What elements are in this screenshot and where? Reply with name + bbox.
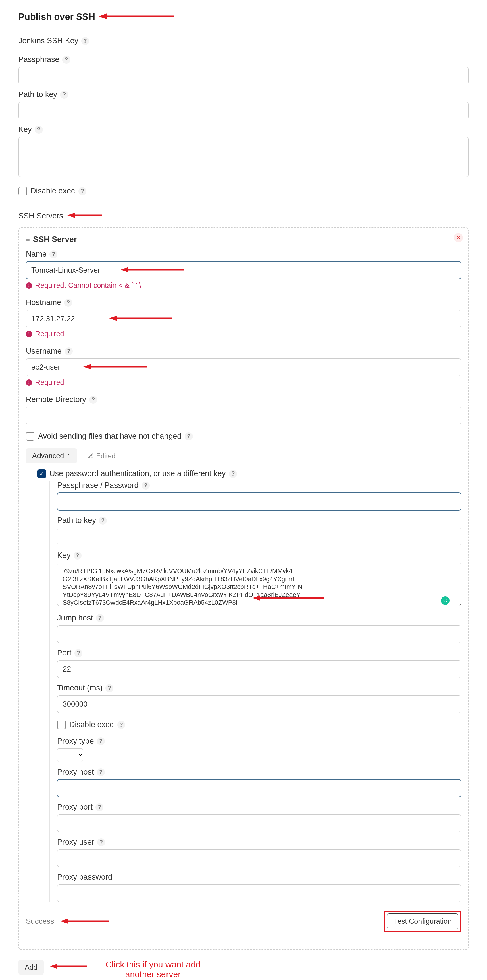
proxy-host-label: Proxy host [57,768,94,776]
timeout-label: Timeout (ms) [57,684,102,692]
help-icon[interactable]: ? [99,517,107,525]
svg-marker-15 [50,964,57,969]
jump-host-input[interactable] [57,625,461,643]
svg-marker-3 [67,213,75,218]
grammarly-icon[interactable]: G [441,596,450,605]
add-server-button[interactable]: Add [18,959,44,975]
disable-exec-checkbox[interactable] [18,187,27,196]
hostname-input[interactable] [26,310,461,328]
proxy-port-label: Proxy port [57,803,93,811]
proxy-port-input[interactable] [57,815,461,832]
delete-server-button[interactable]: ✕ [453,233,463,242]
page-title: Publish over SSH [18,11,95,22]
proxy-password-label: Proxy password [57,873,112,881]
proxy-type-select[interactable] [57,748,83,762]
test-configuration-button[interactable]: Test Configuration [387,913,458,929]
proxy-user-label: Proxy user [57,838,94,846]
test-result-text: Success [26,917,54,926]
adv-key-label: Key [57,551,71,560]
proxy-password-input[interactable] [57,885,461,902]
annotation-box: Test Configuration [384,910,461,932]
svg-marker-1 [99,13,107,19]
key-label: Key [18,125,32,134]
error-icon: ! [26,379,32,386]
disable-exec-label: Disable exec [30,186,75,196]
add-hint-text: Click this if you want add another serve… [93,959,213,979]
proxy-host-input[interactable] [57,780,461,797]
help-icon[interactable]: ? [185,433,193,441]
adv-disable-exec-label: Disable exec [69,720,114,729]
hostname-label: Hostname [26,298,61,307]
port-input[interactable] [57,660,461,678]
adv-passphrase-label: Passphrase / Password [57,481,139,490]
help-icon[interactable]: ? [97,737,105,745]
adv-passphrase-input[interactable] [57,493,461,510]
help-icon[interactable]: ? [117,721,125,729]
username-input[interactable] [26,358,461,376]
avoid-resending-checkbox[interactable] [26,432,35,441]
help-icon[interactable]: ? [229,470,237,478]
help-icon[interactable]: ? [81,37,89,45]
ssh-server-header: SSH Server [33,235,77,244]
advanced-toggle[interactable]: Advanced ⌃ [26,448,77,463]
remote-directory-label: Remote Directory [26,395,86,404]
help-icon[interactable]: ? [49,250,57,258]
help-icon[interactable]: ? [105,684,113,692]
edited-pill: Edited [83,449,121,463]
help-icon[interactable]: ? [97,768,105,776]
adv-path-to-key-label: Path to key [57,516,96,525]
adv-key-textarea[interactable] [57,563,461,606]
error-icon: ! [26,282,32,289]
key-textarea[interactable] [18,137,469,177]
help-icon[interactable]: ? [73,552,81,560]
help-icon[interactable]: ? [89,396,97,404]
adv-path-to-key-input[interactable] [57,528,461,545]
help-icon[interactable]: ? [62,56,70,64]
passphrase-input[interactable] [18,67,469,84]
passphrase-label: Passphrase [18,55,59,64]
adv-disable-exec-checkbox[interactable] [57,721,66,729]
jenkins-ssh-key-label: Jenkins SSH Key [18,37,78,45]
drag-handle-icon[interactable]: ≡ [26,235,29,243]
ssh-server-box: ≡ SSH Server ✕ Name ? ! Required. Cannot… [18,227,469,950]
arrow-annotation [99,12,176,21]
name-error: Required. Cannot contain < & ` ' \ [35,281,141,290]
svg-marker-13 [60,919,68,924]
timeout-input[interactable] [57,695,461,713]
proxy-user-input[interactable] [57,850,461,867]
avoid-resending-label: Avoid sending files that have not change… [38,432,181,441]
use-password-auth-label: Use password authentication, or use a di… [49,469,225,478]
path-to-key-label: Path to key [18,90,57,99]
help-icon[interactable]: ? [74,649,83,657]
name-label: Name [26,250,46,259]
arrow-annotation [67,212,105,219]
help-icon[interactable]: ? [60,91,68,99]
help-icon[interactable]: ? [78,187,86,195]
use-password-auth-checkbox[interactable]: ✓ [37,469,46,478]
help-icon[interactable]: ? [97,838,105,846]
hostname-error: Required [35,330,64,338]
help-icon[interactable]: ? [96,803,104,811]
username-label: Username [26,347,62,356]
name-input[interactable] [26,261,461,279]
path-to-key-input[interactable] [18,102,469,119]
jump-host-label: Jump host [57,614,93,622]
help-icon[interactable]: ? [65,347,73,355]
remote-directory-input[interactable] [26,407,461,425]
error-icon: ! [26,331,32,337]
ssh-servers-label: SSH Servers [18,212,63,220]
help-icon[interactable]: ? [96,614,104,622]
help-icon[interactable]: ? [35,126,43,134]
proxy-type-label: Proxy type [57,737,94,746]
arrow-annotation [60,918,112,925]
help-icon[interactable]: ? [64,299,72,307]
help-icon[interactable]: ? [142,482,150,490]
username-error: Required [35,378,64,387]
port-label: Port [57,649,72,657]
chevron-up-icon: ⌃ [66,453,71,459]
arrow-annotation [50,963,90,970]
